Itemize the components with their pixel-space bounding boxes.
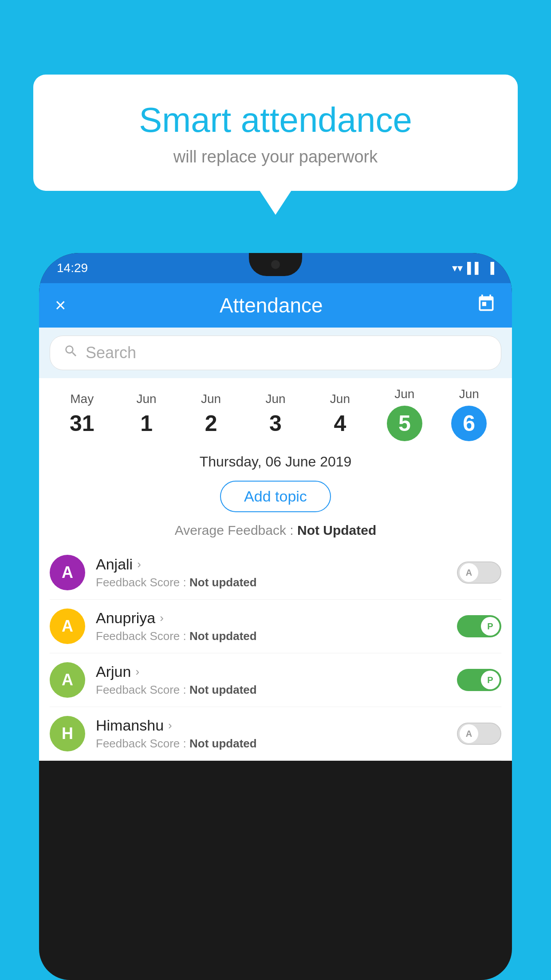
signal-icon: ▌▌ bbox=[467, 262, 482, 274]
status-bar: 14:29 ▾▾ ▌▌ ▐ bbox=[39, 253, 512, 283]
student-feedback-anjali: Feedback Score : Not updated bbox=[96, 576, 446, 589]
student-name-arjun: Arjun › bbox=[96, 663, 446, 680]
speech-bubble: Smart attendance will replace your paper… bbox=[33, 75, 518, 191]
chevron-icon: › bbox=[160, 611, 164, 625]
search-bar-container: Search bbox=[39, 328, 512, 378]
date-item-jun2[interactable]: Jun 2 bbox=[179, 392, 243, 436]
date-item-jun6[interactable]: Jun 6 bbox=[437, 387, 501, 441]
student-info-anjali: Anjali › Feedback Score : Not updated bbox=[96, 556, 446, 589]
student-item-himanshu[interactable]: H Himanshu › Feedback Score : Not update… bbox=[50, 707, 501, 761]
toggle-knob-himanshu: A bbox=[460, 724, 478, 743]
phone-content: Search May 31 Jun 1 Jun 2 Jun 3 Jun bbox=[39, 328, 512, 761]
student-name-himanshu: Himanshu › bbox=[96, 717, 446, 734]
student-feedback-himanshu: Feedback Score : Not updated bbox=[96, 737, 446, 751]
student-item-arjun[interactable]: A Arjun › Feedback Score : Not updated P bbox=[50, 653, 501, 707]
avatar-anjali: A bbox=[50, 555, 85, 590]
toggle-knob-anjali: A bbox=[460, 563, 478, 582]
date-item-jun3[interactable]: Jun 3 bbox=[243, 392, 307, 436]
calendar-icon[interactable] bbox=[476, 294, 496, 317]
student-info-himanshu: Himanshu › Feedback Score : Not updated bbox=[96, 717, 446, 751]
student-info-anupriya: Anupriya › Feedback Score : Not updated bbox=[96, 609, 446, 643]
date-item-jun5[interactable]: Jun 5 bbox=[372, 387, 437, 441]
student-list: A Anjali › Feedback Score : Not updated … bbox=[39, 546, 512, 761]
status-icons: ▾▾ ▌▌ ▐ bbox=[452, 262, 494, 274]
avg-feedback-label: Average Feedback : bbox=[175, 523, 297, 537]
status-time: 14:29 bbox=[57, 261, 88, 275]
date-item-jun4[interactable]: Jun 4 bbox=[308, 392, 372, 436]
toggle-knob-anupriya: P bbox=[481, 617, 500, 636]
selected-date-label: Thursday, 06 June 2019 bbox=[39, 446, 512, 474]
attendance-toggle-arjun[interactable]: P bbox=[457, 669, 501, 691]
date-item-jun1[interactable]: Jun 1 bbox=[114, 392, 178, 436]
app-bar: × Attendance bbox=[39, 283, 512, 328]
avatar-anupriya: A bbox=[50, 609, 85, 644]
student-feedback-anupriya: Feedback Score : Not updated bbox=[96, 629, 446, 643]
avg-feedback: Average Feedback : Not Updated bbox=[39, 518, 512, 546]
phone-frame: 14:29 ▾▾ ▌▌ ▐ × Attendance Searc bbox=[39, 253, 512, 980]
student-name-anupriya: Anupriya › bbox=[96, 609, 446, 627]
avg-feedback-value: Not Updated bbox=[297, 523, 376, 537]
close-button[interactable]: × bbox=[55, 295, 66, 316]
student-name-anjali: Anjali › bbox=[96, 556, 446, 573]
attendance-toggle-himanshu[interactable]: A bbox=[457, 723, 501, 745]
student-item-anjali[interactable]: A Anjali › Feedback Score : Not updated … bbox=[50, 546, 501, 600]
speech-bubble-title: Smart attendance bbox=[60, 101, 491, 139]
chevron-icon: › bbox=[137, 557, 141, 571]
toggle-knob-arjun: P bbox=[481, 671, 500, 689]
search-placeholder: Search bbox=[86, 344, 136, 362]
add-topic-container: Add topic bbox=[39, 474, 512, 518]
search-input[interactable]: Search bbox=[50, 336, 501, 370]
chevron-icon: › bbox=[135, 665, 139, 679]
date-item-may31[interactable]: May 31 bbox=[50, 392, 114, 436]
student-item-anupriya[interactable]: A Anupriya › Feedback Score : Not update… bbox=[50, 600, 501, 653]
student-feedback-arjun: Feedback Score : Not updated bbox=[96, 683, 446, 697]
student-info-arjun: Arjun › Feedback Score : Not updated bbox=[96, 663, 446, 697]
search-icon bbox=[63, 344, 79, 362]
attendance-toggle-anjali[interactable]: A bbox=[457, 561, 501, 584]
phone-notch bbox=[249, 253, 302, 276]
speech-bubble-subtitle: will replace your paperwork bbox=[60, 147, 491, 166]
avatar-arjun: A bbox=[50, 662, 85, 698]
add-topic-button[interactable]: Add topic bbox=[220, 481, 331, 512]
attendance-toggle-anupriya[interactable]: P bbox=[457, 615, 501, 637]
app-title: Attendance bbox=[220, 293, 323, 317]
phone-camera bbox=[271, 260, 280, 269]
wifi-icon: ▾▾ bbox=[452, 262, 463, 274]
chevron-icon: › bbox=[168, 719, 172, 732]
battery-icon: ▐ bbox=[487, 262, 494, 274]
avatar-himanshu: H bbox=[50, 716, 85, 751]
date-strip: May 31 Jun 1 Jun 2 Jun 3 Jun 4 Jun 5 bbox=[39, 378, 512, 446]
